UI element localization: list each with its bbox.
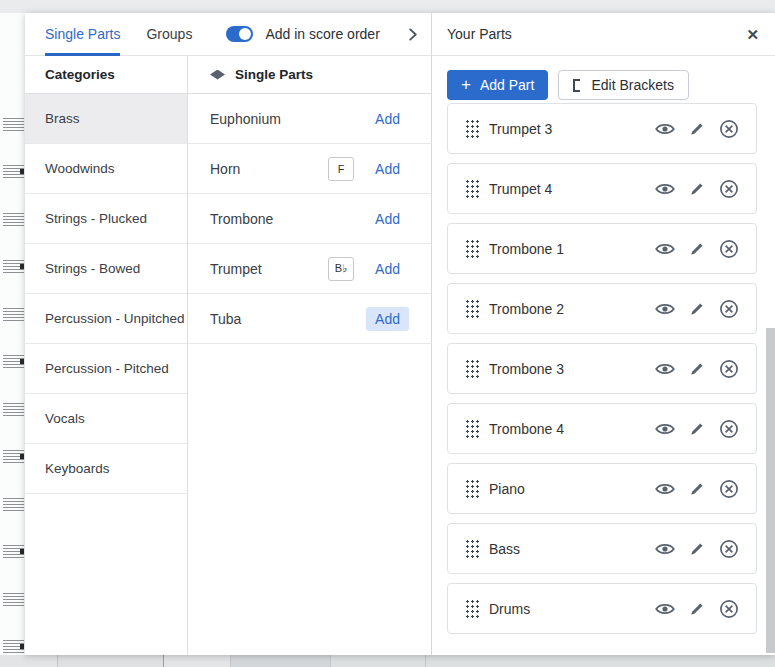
keyboard-segment [230, 655, 330, 667]
remove-part-icon[interactable] [719, 479, 739, 499]
single-part-row: Tuba Add [188, 294, 431, 344]
transposition-badge[interactable]: F [328, 157, 354, 181]
edit-pencil-icon[interactable] [689, 121, 705, 137]
part-row-actions [655, 239, 739, 259]
drag-handle-icon[interactable] [465, 239, 479, 258]
edit-pencil-icon[interactable] [689, 361, 705, 377]
part-row: Trombone 4 [447, 403, 757, 454]
remove-part-icon[interactable] [719, 239, 739, 259]
category-item[interactable]: Woodwinds [25, 144, 187, 194]
edit-pencil-icon[interactable] [689, 181, 705, 197]
diamond-icon [210, 70, 225, 80]
category-label: Strings - Plucked [45, 211, 147, 226]
part-row: Trumpet 3 [447, 103, 757, 154]
close-icon[interactable]: ✕ [744, 25, 761, 44]
remove-part-icon[interactable] [719, 179, 739, 199]
visibility-eye-icon[interactable] [655, 422, 675, 436]
part-name: Trombone 2 [489, 301, 655, 317]
remove-part-icon[interactable] [719, 299, 739, 319]
your-parts-header: Your Parts ✕ [432, 13, 775, 56]
remove-part-icon[interactable] [719, 539, 739, 559]
drag-handle-icon[interactable] [465, 359, 479, 378]
part-row: Piano [447, 463, 757, 514]
edit-pencil-icon[interactable] [689, 301, 705, 317]
edit-pencil-icon[interactable] [689, 241, 705, 257]
edit-pencil-icon[interactable] [689, 541, 705, 557]
drag-handle-icon[interactable] [465, 479, 479, 498]
add-part-link[interactable]: Add [366, 107, 409, 131]
remove-part-icon[interactable] [719, 359, 739, 379]
add-part-link[interactable]: Add [366, 157, 409, 181]
tab-groups[interactable]: Groups [146, 13, 192, 55]
part-row: Drums [447, 583, 757, 634]
single-parts-list: Euphonium Add Horn F Add Trombone [188, 94, 431, 344]
part-row-actions [655, 119, 739, 139]
remove-part-icon[interactable] [719, 119, 739, 139]
add-part-button[interactable]: + Add Part [447, 70, 548, 100]
edit-brackets-button[interactable]: Edit Brackets [558, 70, 688, 100]
category-item[interactable]: Strings - Plucked [25, 194, 187, 244]
single-part-name: Trombone [210, 211, 366, 227]
visibility-eye-icon[interactable] [655, 362, 675, 376]
remove-part-icon[interactable] [719, 599, 739, 619]
browser-columns: Categories Brass Woodwinds Strings - Plu… [25, 56, 431, 655]
drag-handle-icon[interactable] [465, 599, 479, 618]
add-part-link[interactable]: Add [366, 307, 409, 331]
visibility-eye-icon[interactable] [655, 302, 675, 316]
part-name: Trombone 3 [489, 361, 655, 377]
transposition-badge[interactable]: B♭ [328, 257, 354, 281]
category-item[interactable]: Strings - Bowed [25, 244, 187, 294]
drag-handle-icon[interactable] [465, 119, 479, 138]
category-label: Percussion - Pitched [45, 361, 169, 376]
keyboard-segment [425, 655, 775, 667]
part-name: Piano [489, 481, 655, 497]
parts-browser: Single Parts Groups Add in score order C… [25, 13, 432, 655]
tab-single-parts[interactable]: Single Parts [45, 13, 120, 55]
edit-pencil-icon[interactable] [689, 601, 705, 617]
edit-pencil-icon[interactable] [689, 481, 705, 497]
part-row: Trumpet 4 [447, 163, 757, 214]
part-row-actions [655, 599, 739, 619]
category-item[interactable]: Keyboards [25, 444, 187, 494]
staff-lines [3, 545, 24, 558]
remove-part-icon[interactable] [719, 419, 739, 439]
visibility-eye-icon[interactable] [655, 122, 675, 136]
score-page-edge [0, 13, 25, 655]
chevron-right-icon[interactable] [406, 28, 419, 41]
score-order-toggle-label: Add in score order [265, 26, 379, 42]
scrollbar-thumb[interactable] [766, 328, 775, 653]
single-part-row: Euphonium Add [188, 94, 431, 144]
add-part-link[interactable]: Add [366, 207, 409, 231]
tabs-row: Single Parts Groups Add in score order [25, 13, 431, 56]
single-part-row: Horn F Add [188, 144, 431, 194]
score-order-toggle[interactable] [226, 26, 253, 42]
category-item[interactable]: Percussion - Pitched [25, 344, 187, 394]
background-keyboard-strip [0, 655, 775, 667]
drag-handle-icon[interactable] [465, 419, 479, 438]
part-name: Trumpet 4 [489, 181, 655, 197]
add-part-link[interactable]: Add [366, 257, 409, 281]
visibility-eye-icon[interactable] [655, 602, 675, 616]
single-part-name: Horn [210, 161, 328, 177]
visibility-eye-icon[interactable] [655, 242, 675, 256]
category-label: Brass [45, 111, 80, 126]
category-item[interactable]: Brass [25, 94, 187, 144]
visibility-eye-icon[interactable] [655, 542, 675, 556]
part-row-actions [655, 479, 739, 499]
edit-pencil-icon[interactable] [689, 421, 705, 437]
parts-dialog: Single Parts Groups Add in score order C… [25, 13, 775, 655]
category-item[interactable]: Vocals [25, 394, 187, 444]
drag-handle-icon[interactable] [465, 539, 479, 558]
drag-handle-icon[interactable] [465, 179, 479, 198]
visibility-eye-icon[interactable] [655, 182, 675, 196]
category-label: Percussion - Unpitched [45, 311, 185, 326]
plus-icon: + [461, 76, 471, 93]
part-name: Bass [489, 541, 655, 557]
part-row: Bass [447, 523, 757, 574]
score-order-toggle-wrap[interactable]: Add in score order [226, 26, 379, 42]
category-item[interactable]: Percussion - Unpitched [25, 294, 187, 344]
add-part-button-label: Add Part [480, 77, 534, 93]
visibility-eye-icon[interactable] [655, 482, 675, 496]
drag-handle-icon[interactable] [465, 299, 479, 318]
category-label: Strings - Bowed [45, 261, 140, 276]
